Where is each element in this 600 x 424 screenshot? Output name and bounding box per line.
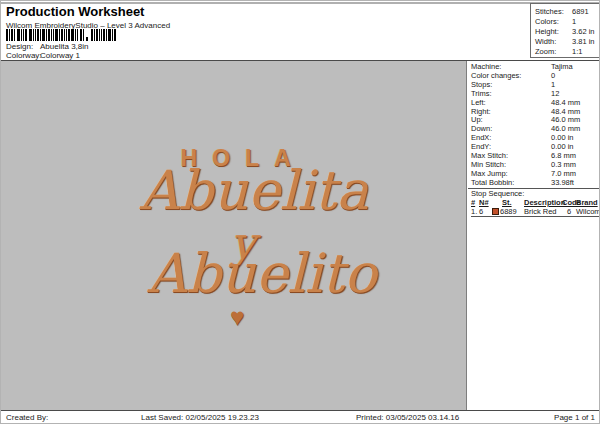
stat-height: Height: 3.62 in [535,27,598,37]
barcode-icon [6,29,118,41]
machine-value: Tajima [551,63,599,72]
design-stats-box: Stitches: 6891 Colors: 1 Height: 3.62 in… [530,3,600,58]
stat-value: 6891 [572,7,598,17]
footer-divider [1,410,600,411]
colorway-row: Colorway: Colorway 1 [6,51,80,60]
stop-sequence-title: Stop Sequence: [471,189,600,198]
thread-color-swatch [492,208,499,215]
stat-label: Zoom: [535,47,572,57]
seq-num: 1. [471,207,479,216]
page-title: Production Worksheet [6,4,144,19]
footer-last-saved: Last Saved: 02/05/2025 19.23.23 [141,413,259,422]
stop-sequence-section: Stop Sequence: # N# St. Description Code… [468,188,600,217]
stat-value: 1 [572,17,598,27]
heart-icon: ♥ [230,303,244,331]
colorway-value: Colorway 1 [40,51,80,60]
seq-st: 6889 [500,207,517,216]
col-brand: Brand [576,198,600,207]
seq-st-cell: 6889 [492,207,524,216]
production-worksheet-page: Production Worksheet Wilcom EmbroiderySt… [0,0,600,424]
machine-label: Right: [471,108,551,117]
stat-colors: Colors: 1 [535,17,598,27]
seq-description: Brick Red [524,207,562,216]
design-value: Abuelita 3,8in [40,42,88,51]
colorway-label: Colorway: [6,51,40,60]
design-row: Design: Abuelita 3,8in [6,42,88,51]
stat-value: 3.81 in [572,37,598,47]
footer-page-number: Page 1 of 1 [554,413,595,422]
design-text-abuelita: Abuelita [140,164,369,218]
col-num: # [471,198,479,207]
stat-label: Width: [535,37,572,47]
stat-label: Colors: [535,17,572,27]
design-preview-canvas: HOLA Abuelita y Abuelito ♥ [1,61,467,410]
col-code: Code [562,198,576,207]
stat-width: Width: 3.81 in [535,37,598,47]
machine-value: 0 [551,72,599,81]
stat-stitches: Stitches: 6891 [535,7,598,17]
stat-value: 3.62 in [572,27,598,37]
col-description: Description [524,198,562,207]
seq-code: 6 [562,207,576,216]
machine-info-list: Machine:Tajima Color changes:0 Stops:1 T… [471,63,599,188]
stop-sequence-header-row: # N# St. Description Code Brand [471,198,600,207]
machine-row: Total Bobbin:33.98ft [471,179,599,188]
col-st: St. [492,198,524,207]
stop-sequence-row: 1. 6 6889 Brick Red 6 Wilcom [471,207,600,217]
seq-brand: Wilcom [576,207,600,216]
footer-printed: Printed: 03/05/2025 03.14.16 [356,413,459,422]
stat-label: Stitches: [535,7,572,17]
col-n: N# [479,198,492,207]
design-label: Design: [6,42,40,51]
stat-zoom: Zoom: 1:1 [535,47,598,57]
design-text-abuelito: Abuelito [147,247,376,301]
stat-label: Height: [535,27,572,37]
machine-label: Total Bobbin: [471,179,551,188]
footer-created-by: Created By: [6,413,48,422]
machine-value: 33.98ft [551,179,599,188]
seq-n: 6 [479,207,492,216]
stat-value: 1:1 [572,47,598,57]
